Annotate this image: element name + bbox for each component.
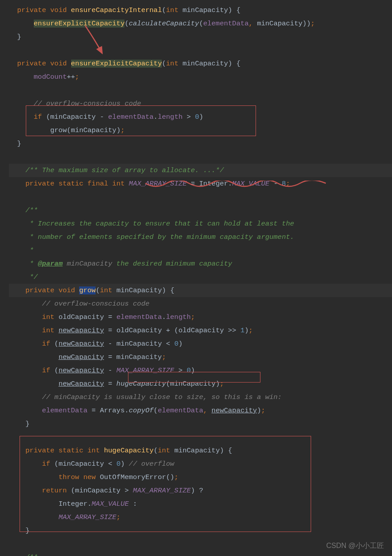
javadoc: /** xyxy=(25,206,38,214)
keyword: if xyxy=(42,460,50,468)
javadoc: the desired minimum capacity xyxy=(112,260,232,268)
ident: minCapacity xyxy=(170,380,216,388)
keyword: private xyxy=(17,6,46,14)
code-line xyxy=(9,150,392,164)
ident: minCapacity xyxy=(257,20,302,28)
ident: newCapacity xyxy=(59,340,104,348)
code-line xyxy=(9,431,392,444)
javadoc: */ xyxy=(25,273,38,281)
code-line: if (newCapacity - minCapacity < 0) xyxy=(9,337,392,351)
comment: // minCapacity is usually close to size,… xyxy=(42,393,282,401)
field: length xyxy=(166,313,191,321)
keyword: if xyxy=(42,367,50,375)
method-name: hugeCapacity xyxy=(104,447,154,455)
keyword: private xyxy=(25,286,54,294)
code-line: * xyxy=(9,244,392,257)
ident: minCapacity xyxy=(50,113,96,121)
javadoc-tag: @param xyxy=(38,260,63,268)
keyword: if xyxy=(34,113,42,121)
class: OutOfMemoryError xyxy=(100,473,166,481)
code-line: */ xyxy=(9,270,392,284)
javadoc: /** xyxy=(25,553,38,556)
method-call: calculateCapacity xyxy=(129,20,199,28)
field: elementData xyxy=(42,407,87,415)
keyword: if xyxy=(42,340,50,348)
code-line: } xyxy=(9,137,392,150)
ident: newCapacity xyxy=(59,353,104,361)
code-line xyxy=(9,190,392,204)
code-line: // overflow-conscious code xyxy=(9,97,392,110)
javadoc-param: minCapacity xyxy=(63,260,112,268)
code-line: return (minCapacity > MAX_ARRAY_SIZE) ? xyxy=(9,484,392,497)
comment: // overflow-conscious code xyxy=(34,100,141,108)
code-line: /** The maximum size of array to allocat… xyxy=(9,164,392,177)
field: elementData xyxy=(158,407,203,415)
code-line: if (minCapacity - elementData.length > 0… xyxy=(9,110,392,124)
keyword: throw xyxy=(59,473,80,481)
code-line xyxy=(9,84,392,97)
class: Arrays xyxy=(100,407,125,415)
code-line: modCount++; xyxy=(9,70,392,84)
code-line: elementData = Arrays.copyOf(elementData,… xyxy=(9,404,392,417)
javadoc: /** The maximum size of array to allocat… xyxy=(25,166,224,174)
ident: oldCapacity xyxy=(59,313,104,321)
keyword: final xyxy=(88,180,108,188)
code-line: int oldCapacity = elementData.length; xyxy=(9,310,392,324)
keyword: int xyxy=(158,447,170,455)
code-line xyxy=(9,44,392,57)
keyword: int xyxy=(112,180,125,188)
method-name: ensureCapacityInternal xyxy=(71,6,162,14)
keyword: int xyxy=(42,313,54,321)
constant: MAX_VALUE xyxy=(232,180,269,188)
code-line: if (minCapacity < 0) // overflow xyxy=(9,457,392,471)
ident: minCapacity xyxy=(116,353,162,361)
code-line: private void grow(int minCapacity) { xyxy=(9,284,392,297)
keyword: private xyxy=(17,60,46,68)
ident: newCapacity xyxy=(59,380,104,388)
javadoc: * xyxy=(25,260,38,268)
code-line: * number of elements specified by the mi… xyxy=(9,230,392,244)
ident: newCapacity xyxy=(59,367,104,375)
javadoc: * number of elements specified by the mi… xyxy=(25,233,294,241)
code-line: // overflow-conscious code xyxy=(9,297,392,310)
field: elementData xyxy=(203,20,248,28)
constant: MAX_ARRAY_SIZE xyxy=(59,513,116,521)
method-name-highlighted: ensureExplicitCapacity xyxy=(71,60,162,68)
keyword: return xyxy=(42,487,67,495)
code-line: throw new OutOfMemoryError(); xyxy=(9,471,392,484)
ident: minCapacity xyxy=(59,460,104,468)
method-call: hugeCapacity xyxy=(116,380,166,388)
number: 0 xyxy=(116,460,120,468)
class: Integer xyxy=(59,500,88,508)
keyword: void xyxy=(59,286,75,294)
ident: oldCapacity xyxy=(178,326,224,334)
constant: MAX_ARRAY_SIZE xyxy=(116,367,174,375)
keyword: private xyxy=(25,180,54,188)
ident: newCapacity xyxy=(212,407,257,415)
code-line: int newCapacity = oldCapacity + (oldCapa… xyxy=(9,324,392,337)
code-editor[interactable]: private void ensureCapacityInternal(int … xyxy=(0,0,392,556)
code-line: newCapacity = hugeCapacity(minCapacity); xyxy=(9,377,392,391)
class: Integer xyxy=(199,180,228,188)
watermark: CSDN @小小工匠 xyxy=(326,541,384,551)
number: 8 xyxy=(282,180,286,188)
code-line: * @param minCapacity the desired minimum… xyxy=(9,257,392,270)
param: minCapacity xyxy=(174,447,220,455)
ident: minCapacity xyxy=(71,126,116,134)
field: length xyxy=(158,113,183,121)
field: elementData xyxy=(108,113,153,121)
ident: oldCapacity xyxy=(116,326,162,334)
method-call: copyOf xyxy=(129,407,154,415)
constant: MAX_ARRAY_SIZE xyxy=(133,487,191,495)
number: 1 xyxy=(240,326,244,334)
ident: minCapacity xyxy=(116,340,162,348)
code-line: newCapacity = minCapacity; xyxy=(9,351,392,364)
number: 0 xyxy=(195,113,199,121)
code-line: } xyxy=(9,30,392,44)
code-line: MAX_ARRAY_SIZE; xyxy=(9,511,392,524)
code-line: private static final int MAX_ARRAY_SIZE … xyxy=(9,177,392,190)
method-name-selected: grow xyxy=(79,286,96,294)
param: minCapacity xyxy=(116,286,162,294)
field: elementData xyxy=(116,313,162,321)
param: minCapacity xyxy=(183,6,228,14)
